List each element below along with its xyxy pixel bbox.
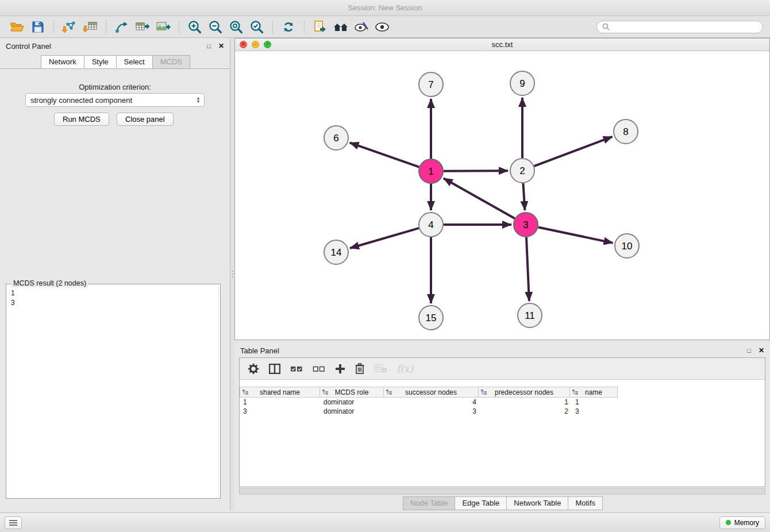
tab-mcds[interactable]: MCDS	[152, 55, 190, 68]
table-row[interactable]: 1 dominator 4 1 1	[240, 398, 765, 407]
import-network-button[interactable]	[59, 18, 80, 36]
export-table-button[interactable]	[132, 18, 153, 36]
memory-button[interactable]: Memory	[719, 516, 765, 529]
panel-splitter[interactable]	[230, 38, 234, 510]
table-panel-header: Table Panel □ ✕	[234, 342, 770, 358]
close-panel-button[interactable]: Close panel	[117, 113, 174, 126]
run-mcds-button[interactable]: Run MCDS	[54, 113, 109, 126]
cell-name[interactable]: 3	[572, 407, 620, 415]
cell-successor-nodes[interactable]: 3	[384, 407, 480, 415]
open-file-button[interactable]	[7, 18, 28, 36]
column-label: predecessor nodes	[495, 388, 553, 396]
graph-node-label-6: 6	[333, 133, 338, 144]
float-table-panel-icon[interactable]: □	[747, 347, 751, 354]
network-window-titlebar[interactable]: ✕ − + scc.txt	[235, 38, 769, 51]
tab-select[interactable]: Select	[116, 55, 153, 68]
zoom-in-button[interactable]	[184, 18, 205, 36]
eye-icon	[375, 22, 390, 32]
add-column-button[interactable]	[335, 360, 345, 377]
graph-node-label-10: 10	[622, 241, 633, 252]
save-session-button[interactable]	[28, 18, 48, 36]
cell-mcds-role[interactable]: dominator	[320, 407, 384, 415]
search-input[interactable]	[613, 23, 757, 31]
graph-edge-2-8[interactable]	[534, 137, 613, 166]
control-panel-tabs: Network Style Select MCDS	[0, 55, 230, 69]
table-settings-button[interactable]	[248, 360, 259, 377]
cell-mcds-role[interactable]: dominator	[320, 398, 384, 406]
mcds-result-list[interactable]: 1 3	[7, 287, 219, 497]
close-table-panel-icon[interactable]: ✕	[759, 346, 764, 354]
table-import-icon	[83, 21, 98, 33]
gear-icon	[248, 363, 259, 375]
search-box[interactable]	[596, 21, 763, 33]
column-label: MCDS role	[335, 388, 369, 396]
optimization-dropdown[interactable]: strongly connected component ▴▾	[25, 93, 205, 107]
column-header-predecessor-nodes[interactable]: predecessor nodes	[478, 387, 570, 398]
cell-shared-name[interactable]: 1	[240, 398, 320, 406]
function-builder-button[interactable]: f(x)	[396, 360, 413, 377]
columns-icon	[269, 364, 280, 374]
export-image-button[interactable]	[153, 18, 174, 36]
attribute-icon	[481, 390, 487, 395]
graph-edge-1-2[interactable]	[444, 171, 508, 171]
show-hide-button[interactable]	[372, 18, 392, 36]
toolbar-separator	[53, 20, 54, 34]
graph-node-label-1: 1	[428, 166, 433, 177]
column-header-mcds-role[interactable]: MCDS role	[319, 387, 384, 398]
table-scrollbar[interactable]	[239, 488, 765, 495]
tab-network[interactable]: Network	[41, 55, 84, 68]
column-label: successor nodes	[405, 388, 457, 396]
style-button[interactable]	[351, 18, 372, 36]
graph-edge-2-3[interactable]	[523, 183, 525, 210]
cell-predecessor-nodes[interactable]: 2	[480, 407, 572, 415]
toolbar-separator	[272, 20, 273, 34]
table-row[interactable]: 3 dominator 3 2 3	[240, 407, 765, 416]
select-all-button[interactable]	[290, 360, 303, 377]
column-header-successor-nodes[interactable]: successor nodes	[383, 387, 479, 398]
cell-successor-nodes[interactable]: 4	[384, 398, 480, 406]
deselect-all-button[interactable]	[313, 360, 325, 377]
network-canvas[interactable]: 7968124314101511	[235, 51, 769, 340]
import-table-button[interactable]	[80, 18, 101, 36]
tab-node-table[interactable]: Node Table	[403, 496, 456, 510]
new-network-button[interactable]	[111, 18, 132, 36]
show-columns-button[interactable]	[269, 360, 280, 377]
refresh-button[interactable]	[278, 18, 299, 36]
graph-edge-3-10[interactable]	[538, 228, 613, 243]
minimize-window-button[interactable]: −	[252, 41, 259, 48]
close-window-button[interactable]: ✕	[240, 41, 247, 48]
tab-edge-table[interactable]: Edge Table	[455, 496, 507, 510]
tab-motifs[interactable]: Motifs	[568, 496, 603, 510]
tab-network-table[interactable]: Network Table	[506, 496, 568, 510]
delete-table-button[interactable]	[374, 360, 387, 377]
clone-network-button[interactable]	[310, 18, 330, 36]
mcds-result-title: MCDS result (2 nodes)	[11, 279, 88, 287]
graph-edge-3-11[interactable]	[526, 237, 529, 301]
close-panel-icon[interactable]: ✕	[218, 42, 224, 50]
attribute-icon	[386, 390, 392, 395]
unchecked-boxes-icon	[313, 364, 325, 373]
delete-column-button[interactable]	[355, 360, 364, 377]
attribute-icon	[322, 390, 328, 395]
cell-name[interactable]: 1	[572, 398, 620, 406]
cell-shared-name[interactable]: 3	[240, 407, 320, 415]
zoom-window-button[interactable]: +	[264, 41, 271, 48]
zoom-out-button[interactable]	[205, 18, 226, 36]
task-history-button[interactable]	[5, 516, 22, 529]
float-panel-icon[interactable]: □	[207, 43, 211, 49]
graph-edge-3-1[interactable]	[444, 178, 515, 218]
graph-edge-1-6[interactable]	[350, 142, 419, 167]
graph-node-label-15: 15	[426, 313, 437, 323]
graph-edge-4-14[interactable]	[350, 228, 419, 248]
neighbors-button[interactable]	[330, 18, 351, 36]
zoom-fit-button[interactable]	[226, 18, 247, 36]
tab-style[interactable]: Style	[84, 55, 117, 68]
cell-predecessor-nodes[interactable]: 1	[480, 398, 572, 406]
zoom-selected-button[interactable]	[247, 18, 267, 36]
graph-node-label-7: 7	[428, 79, 433, 90]
zoom-in-icon	[188, 20, 202, 34]
column-header-name[interactable]: name	[569, 387, 618, 398]
column-header-shared-name[interactable]: shared name	[240, 387, 320, 398]
attribute-icon	[572, 390, 578, 395]
column-label: shared name	[260, 388, 300, 396]
